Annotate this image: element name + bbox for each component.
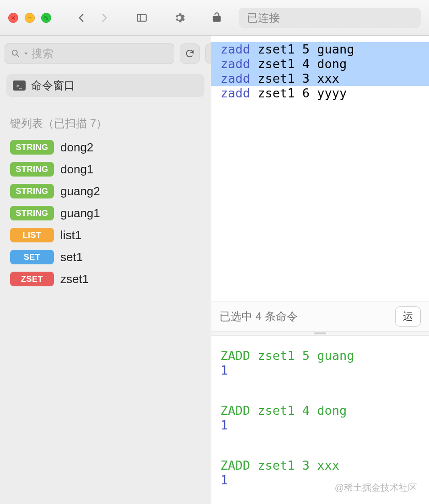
output-command: ZADD zset1 3 xxx [220,458,420,473]
output-block: ZADD zset1 5 guang1 [220,349,420,378]
window-controls [8,13,51,23]
search-field[interactable] [32,47,168,60]
output-command: ZADD zset1 5 guang [220,349,420,363]
type-badge: STRING [10,206,54,220]
refresh-button[interactable] [180,43,200,64]
output-pane: ZADD zset1 5 guang1ZADD zset1 4 dong1ZAD… [211,336,429,504]
search-row [0,36,211,70]
type-badge: STRING [10,184,54,198]
command-window-label: 命令窗口 [31,78,75,93]
output-result: 1 [220,363,420,378]
main-split: >_ 命令窗口 键列表（已扫描 7） STRINGdong2STRINGdong… [0,36,429,504]
key-name: dong2 [60,140,93,155]
svg-rect-0 [137,14,146,21]
run-button-label: 运 [403,310,413,323]
key-list-header: 键列表（已扫描 7） [0,102,211,134]
key-name: guang2 [60,184,100,198]
key-row[interactable]: LISTlist1 [0,224,211,246]
lock-icon[interactable] [208,9,226,27]
refresh-icon [185,48,195,59]
chevron-down-icon [23,51,29,56]
output-command: ZADD zset1 4 dong [220,403,420,418]
key-name: dong1 [60,162,93,177]
right-pane: zadd zset1 5 guangzadd zset1 4 dongzadd … [211,36,429,504]
type-badge: SET [10,250,54,264]
key-list: STRINGdong2STRINGdong1STRINGguang2STRING… [0,134,211,292]
command-editor[interactable]: zadd zset1 5 guangzadd zset1 4 dongzadd … [211,36,429,301]
split-drag-handle[interactable] [211,331,429,336]
forward-button[interactable] [95,9,113,27]
back-button[interactable] [72,9,91,27]
output-result: 1 [220,418,420,433]
key-row[interactable]: ZSETzset1 [0,268,211,290]
minimize-button[interactable] [25,13,35,23]
type-badge: LIST [10,228,54,242]
search-input[interactable] [5,43,174,64]
key-name: list1 [60,228,81,242]
type-badge: STRING [10,162,54,177]
code-line[interactable]: zadd zset1 6 yyyy [211,86,429,101]
selection-status: 已选中 4 条命令 [220,309,298,324]
key-row[interactable]: STRINGguang2 [0,180,211,202]
key-row[interactable]: STRINGdong2 [0,136,211,158]
code-line[interactable]: zadd zset1 3 xxx [211,71,429,86]
status-bar: 已选中 4 条命令 运 [211,301,429,331]
type-badge: STRING [10,140,54,155]
connection-status-label: 已连接 [247,11,280,25]
key-name: guang1 [60,206,100,220]
command-window-item[interactable]: >_ 命令窗口 [6,74,204,97]
connection-status[interactable]: 已连接 [239,8,421,28]
key-row[interactable]: STRINGdong1 [0,158,211,180]
search-icon [11,48,21,59]
output-block: ZADD zset1 4 dong1 [220,403,420,433]
close-button[interactable] [8,13,18,23]
sidebar: >_ 命令窗口 键列表（已扫描 7） STRINGdong2STRINGdong… [0,36,211,504]
key-row[interactable]: STRINGguang1 [0,202,211,224]
code-line[interactable]: zadd zset1 4 dong [211,57,429,71]
key-name: zset1 [60,272,89,286]
toolbar: 已连接 [0,0,429,36]
code-line[interactable]: zadd zset1 5 guang [211,42,429,57]
key-name: set1 [60,250,83,264]
terminal-icon: >_ [13,80,26,91]
zoom-button[interactable] [41,13,51,23]
key-row[interactable]: SETset1 [0,246,211,268]
svg-point-1 [12,50,17,55]
settings-button[interactable] [170,9,188,27]
run-button[interactable]: 运 [395,306,421,327]
watermark: @稀土掘金技术社区 [335,480,417,495]
type-badge: ZSET [10,272,54,286]
sidebar-toggle-button[interactable] [133,9,151,27]
